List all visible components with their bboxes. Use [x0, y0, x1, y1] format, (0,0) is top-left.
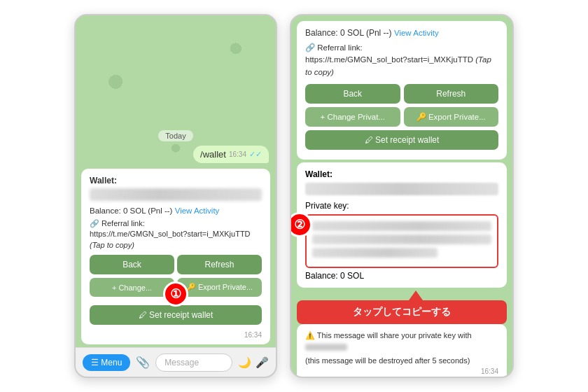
back-button-left[interactable]: Back	[90, 255, 174, 274]
wallet-section-right: ② Wallet: Private key: Balance: 0 SOL	[297, 162, 507, 288]
change-button-left[interactable]: + Change...	[90, 278, 174, 297]
r-view-activity[interactable]: View Activity	[394, 29, 439, 37]
right-content: Balance: 0 SOL (Pnl --) View Activity 🔗 …	[291, 15, 512, 377]
destroy-notice: ⚠️ This message will share your private …	[297, 324, 507, 377]
bottom-bar-left: ☰ Menu 📎 Message 🌙 🎤	[76, 347, 276, 377]
tap-copy-banner[interactable]: タップしてコピーする	[297, 300, 507, 324]
wallet-card-left: Wallet: Balance: 0 SOL (Pnl --) View Act…	[81, 169, 270, 344]
key-blur-2	[312, 234, 491, 244]
receipt-button-left[interactable]: 🖊 Set receipt wallet	[90, 305, 262, 325]
wallet-command-bubble-wrapper: /wallet 16:34 ✓✓	[76, 146, 276, 166]
r-back-refresh-row: Back Refresh	[305, 84, 498, 104]
r-back-button[interactable]: Back	[305, 84, 400, 104]
balance-row-left: Balance: 0 SOL (Pnl --) View Activity	[90, 206, 262, 215]
attach-icon[interactable]: 📎	[136, 356, 150, 369]
r-change-export-row: + Change Privat... 🔑 Export Private...	[305, 107, 498, 127]
view-activity-link-left[interactable]: View Activity	[175, 206, 220, 215]
r-balance-sol: Balance: 0 SOL	[305, 271, 498, 281]
message-input-left[interactable]: Message	[155, 354, 232, 372]
r-balance-row: Balance: 0 SOL (Pnl --) View Activity	[305, 28, 498, 38]
key-blur-1	[312, 221, 491, 231]
export-button-left[interactable]: 🔑 Export Private...	[177, 278, 262, 297]
change-export-row: + Change... 🔑 Export Private... ①	[90, 278, 262, 297]
r-card-time: 16:34	[305, 366, 498, 377]
r-private-key-box	[305, 214, 498, 268]
refresh-button-left[interactable]: Refresh	[177, 255, 262, 274]
r-balance-text: Balance: 0 SOL (Pnl --)	[305, 28, 392, 38]
r-referral: 🔗 Referral link: https://t.me/GMGN_sol_b…	[305, 42, 498, 78]
back-refresh-row: Back Refresh	[90, 255, 262, 274]
today-text: Today	[158, 130, 192, 141]
tap-copy-section: タップしてコピーする	[297, 290, 507, 324]
moon-icon: 🌙	[238, 356, 251, 369]
phones-wrapper: Today /wallet 16:34 ✓✓ Wallet: Balance: …	[74, 14, 514, 378]
r-private-key-label: Private key:	[305, 201, 498, 211]
wallet-address-blur	[90, 188, 262, 201]
r-wallet-label: Wallet:	[305, 169, 498, 179]
r-wallet-addr	[305, 183, 498, 195]
wallet-label-left: Wallet:	[90, 176, 262, 186]
r-refresh-button[interactable]: Refresh	[404, 84, 499, 104]
bottom-icons: 🌙 🎤	[238, 356, 269, 369]
key-blur-3	[312, 248, 438, 258]
chat-background: Today /wallet 16:34 ✓✓ Wallet: Balance: …	[76, 15, 276, 347]
card-time-left: 16:34	[90, 331, 262, 339]
wallet-command-bubble: /wallet 16:34 ✓✓	[193, 146, 269, 163]
wallet-cmd-time: 16:34	[229, 150, 246, 158]
r-change-button[interactable]: + Change Privat...	[305, 107, 400, 127]
arrow-up-icon	[409, 290, 423, 300]
double-check-icon: ✓✓	[249, 150, 262, 159]
destroy-text: ⚠️ This message will share your private …	[305, 330, 498, 353]
r-export-button[interactable]: 🔑 Export Private...	[404, 107, 499, 127]
r-receipt-button[interactable]: 🖊 Set receipt wallet	[305, 130, 498, 150]
wallet-cmd-text: /wallet	[200, 149, 226, 160]
mic-icon[interactable]: 🎤	[255, 356, 269, 369]
right-main-card: Balance: 0 SOL (Pnl --) View Activity 🔗 …	[297, 21, 507, 160]
left-phone: Today /wallet 16:34 ✓✓ Wallet: Balance: …	[74, 14, 277, 378]
today-divider: Today	[76, 129, 276, 141]
menu-button-left[interactable]: ☰ Menu	[83, 354, 130, 371]
destroy-note: (this message will be destroyed after 5 …	[305, 355, 498, 367]
referral-text-left: 🔗 Referral link: https://t.me/GMGN_sol_b…	[90, 218, 262, 251]
right-phone: Balance: 0 SOL (Pnl --) View Activity 🔗 …	[290, 14, 514, 378]
balance-text-left: Balance: 0 SOL (Pnl --)	[90, 206, 172, 215]
badge-1: ①	[163, 281, 188, 307]
